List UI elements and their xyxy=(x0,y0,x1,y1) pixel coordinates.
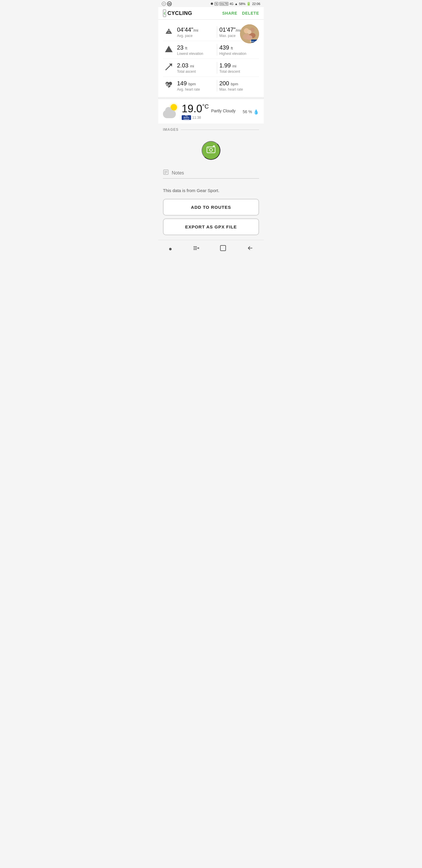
signal-bars: ▲ xyxy=(235,2,238,6)
dashed-divider xyxy=(158,98,264,98)
weather-icon xyxy=(163,104,178,119)
weather-main: 19.0°C Partly Cloudy TheWeatherChannel 1… xyxy=(182,103,239,120)
weather-channel-logo: TheWeatherChannel xyxy=(182,115,191,120)
battery-icon: 🔋 xyxy=(247,2,251,6)
cloud-icon xyxy=(163,110,176,118)
bottom-nav: ● xyxy=(158,240,264,256)
max-heart-rate-value: 200 bpm xyxy=(220,80,257,87)
add-to-routes-button[interactable]: ADD TO ROUTES xyxy=(163,199,259,216)
total-descent-cell: 1.99 mi Total descent xyxy=(217,62,259,73)
overview-icon xyxy=(220,245,226,253)
svg-point-9 xyxy=(247,30,252,34)
home-icon: ● xyxy=(168,245,172,252)
battery-percent: 58% xyxy=(239,2,245,6)
pace-row: 04'44"/mi Avg. pace 01'47"/mi Max. pace xyxy=(163,23,259,41)
avatar: ENGLAND xyxy=(240,24,259,43)
svg-point-10 xyxy=(247,35,252,40)
home-button[interactable]: ● xyxy=(164,244,177,253)
nav-actions: SHARE DELETE xyxy=(222,10,259,17)
notification-badge: 58 xyxy=(167,1,172,6)
status-minus-icon: − xyxy=(162,2,166,6)
overview-button[interactable] xyxy=(215,244,231,254)
weather-temperature: 19.0°C xyxy=(182,103,209,114)
total-ascent-label: Total ascent xyxy=(177,69,215,73)
weather-time: 11:38 xyxy=(192,116,201,120)
4g-icon: 4G xyxy=(229,2,233,6)
gear-sport-text: This data is from Gear Sport. xyxy=(163,188,220,193)
menu-button[interactable] xyxy=(188,244,204,254)
status-right: ✱ N VoLTE 4G ▲ 58% 🔋 22:06 xyxy=(210,2,260,6)
weather-provider: TheWeatherChannel 11:38 xyxy=(182,115,239,120)
pace-icon xyxy=(163,27,175,35)
lowest-elevation-label: Lowest elevation xyxy=(177,52,215,56)
stats-section: 04'44"/mi Avg. pace 01'47"/mi Max. pace xyxy=(158,20,264,97)
weather-condition: Partly Cloudy xyxy=(211,108,236,113)
avg-pace-value: 04'44"/mi xyxy=(177,26,215,33)
humidity-drop-icon: 💧 xyxy=(253,109,259,115)
ascent-row: 2.03 mi Total ascent 1.99 mi Total desce… xyxy=(163,59,259,77)
ascent-icon xyxy=(163,62,175,71)
menu-icon xyxy=(193,245,199,253)
lowest-elevation-cell: 23 ft Lowest elevation xyxy=(175,44,217,56)
back-nav-icon xyxy=(247,245,254,253)
images-title: IMAGES xyxy=(163,128,178,132)
max-heart-rate-label: Max. heart rate xyxy=(220,87,257,92)
export-gpx-button[interactable]: EXPORT AS GPX FILE xyxy=(163,218,259,235)
notes-section xyxy=(158,167,264,183)
svg-point-17 xyxy=(209,148,213,151)
clock: 22:06 xyxy=(252,2,260,6)
share-button[interactable]: SHARE xyxy=(222,10,237,17)
total-ascent-cell: 2.03 mi Total ascent xyxy=(175,62,217,73)
images-section: IMAGES xyxy=(158,123,264,167)
highest-elevation-value: 439 ft xyxy=(220,44,257,51)
volte-icon: VoLTE xyxy=(220,2,228,6)
back-button[interactable]: ‹ xyxy=(163,9,166,17)
add-image-button[interactable] xyxy=(202,141,220,160)
avatar-container: ENGLAND xyxy=(240,24,259,43)
highest-elevation-cell: 439 ft Highest elevation xyxy=(217,44,259,56)
nfc-icon: N xyxy=(215,2,218,6)
svg-marker-13 xyxy=(165,46,173,52)
svg-point-18 xyxy=(208,148,209,148)
back-nav-button[interactable] xyxy=(242,244,258,254)
ascent-cells: 2.03 mi Total ascent 1.99 mi Total desce… xyxy=(175,62,259,73)
nav-bar: ‹ CYCLING SHARE DELETE xyxy=(158,7,264,20)
total-descent-label: Total descent xyxy=(220,69,257,73)
add-image-icon xyxy=(206,145,216,156)
elevation-cells: 23 ft Lowest elevation 439 ft Highest el… xyxy=(175,44,259,56)
buttons-section: ADD TO ROUTES EXPORT AS GPX FILE xyxy=(158,195,264,239)
total-descent-value: 1.99 mi xyxy=(220,62,257,69)
highest-elevation-label: Highest elevation xyxy=(220,52,257,56)
add-image-area xyxy=(163,135,259,163)
elevation-icon xyxy=(163,44,175,53)
nav-left: ‹ CYCLING xyxy=(163,9,192,17)
notes-row xyxy=(163,169,259,179)
weather-section: 19.0°C Partly Cloudy TheWeatherChannel 1… xyxy=(158,99,264,123)
delete-button[interactable]: DELETE xyxy=(242,10,259,17)
page-title: CYCLING xyxy=(167,10,192,17)
status-bar: − 58 ✱ N VoLTE 4G ▲ 58% 🔋 22:06 xyxy=(158,0,264,7)
lowest-elevation-value: 23 ft xyxy=(177,44,215,51)
avg-heart-rate-value: 149 bpm xyxy=(177,80,215,87)
notes-icon xyxy=(163,169,169,177)
heart-rate-row: 149 bpm Avg. heart rate 200 bpm Max. hea… xyxy=(163,77,259,94)
avg-heart-rate-label: Avg. heart rate xyxy=(177,87,215,92)
avg-pace-cell: 04'44"/mi Avg. pace xyxy=(175,26,217,38)
gear-sport-info: This data is from Gear Sport. xyxy=(158,183,264,195)
notes-input[interactable] xyxy=(172,170,259,176)
elevation-row: 23 ft Lowest elevation 439 ft Highest el… xyxy=(163,41,259,59)
avatar-image: ENGLAND xyxy=(240,24,259,43)
avg-pace-label: Avg. pace xyxy=(177,34,215,38)
images-divider-line xyxy=(181,130,259,130)
heart-rate-icon xyxy=(163,80,175,89)
max-heart-rate-cell: 200 bpm Max. heart rate xyxy=(217,80,259,92)
images-header: IMAGES xyxy=(163,128,259,132)
svg-rect-29 xyxy=(220,245,226,251)
status-left: − 58 xyxy=(162,1,172,6)
weather-humidity: 56 % 💧 xyxy=(242,109,259,115)
bluetooth-icon: ✱ xyxy=(210,2,213,6)
avg-heart-rate-cell: 149 bpm Avg. heart rate xyxy=(175,80,217,92)
heart-rate-cells: 149 bpm Avg. heart rate 200 bpm Max. hea… xyxy=(175,80,259,92)
total-ascent-value: 2.03 mi xyxy=(177,62,215,69)
